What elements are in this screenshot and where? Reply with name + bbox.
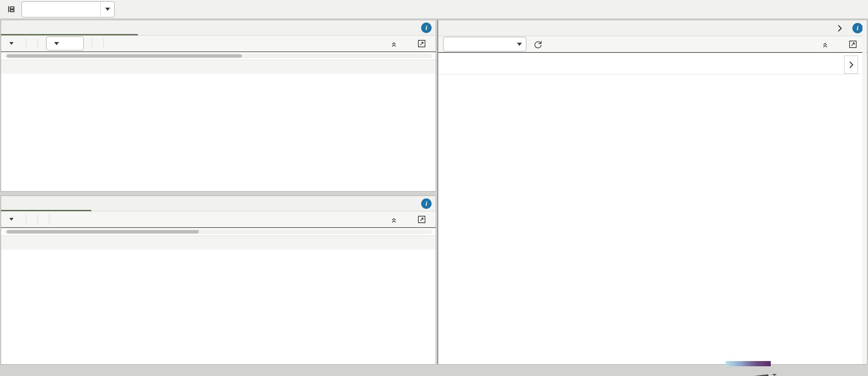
visualization-panel: i (437, 20, 867, 365)
info-icon[interactable]: i (852, 23, 863, 33)
filter-strip (438, 53, 867, 74)
tab-scroll-right-icon[interactable] (834, 22, 845, 34)
caret-down-icon (9, 42, 14, 45)
caret-down-icon (54, 42, 59, 45)
workbench-layout-select[interactable] (22, 1, 115, 17)
info-icon[interactable]: i (421, 23, 432, 33)
weight-legend (660, 361, 776, 366)
year-filter-select[interactable] (46, 36, 84, 50)
sankey-diagram (669, 100, 863, 343)
actions-menu[interactable] (6, 218, 14, 221)
visualization-tabs: i (438, 20, 867, 36)
visualization-toolbar (438, 36, 867, 53)
count-legend (660, 374, 781, 376)
info-icon[interactable]: i (421, 198, 432, 209)
project-panel-header: i (1, 20, 436, 35)
scenario-horizontal-scrollbar[interactable] (5, 229, 432, 234)
scenario-panel: i (1, 196, 436, 365)
actions-menu[interactable] (6, 42, 14, 45)
weight-gradient-bar (726, 361, 771, 366)
vertical-scrollbar[interactable] (862, 20, 867, 364)
collapse-panel-icon[interactable] (388, 213, 400, 225)
filter-scroll-right-icon[interactable] (844, 56, 858, 74)
project-horizontal-scrollbar[interactable] (5, 54, 432, 58)
project-panel: i (1, 20, 436, 191)
visualization-content (438, 74, 867, 364)
bar-chart (483, 104, 629, 177)
collapse-panel-icon[interactable] (388, 38, 400, 49)
expand-panel-icon[interactable] (416, 38, 427, 49)
project-toolbar (1, 35, 436, 52)
count-wedge (728, 374, 768, 376)
top-bar (0, 0, 868, 19)
refresh-icon[interactable] (532, 38, 544, 50)
project-footer (1, 60, 436, 74)
collapse-panel-icon[interactable] (819, 38, 831, 50)
workbench-layout-icon[interactable] (4, 2, 18, 16)
expand-panel-icon[interactable] (847, 38, 859, 50)
caret-down-icon (517, 43, 522, 46)
scenario-toolbar (1, 211, 436, 228)
workbench-layout-caret[interactable] (100, 2, 114, 17)
saved-search-select[interactable] (443, 37, 526, 51)
scenario-footer (1, 236, 436, 250)
expand-panel-icon[interactable] (416, 213, 427, 225)
text-cursor-icon (774, 374, 775, 376)
caret-down-icon (9, 218, 14, 221)
scenario-panel-header: i (1, 196, 436, 211)
